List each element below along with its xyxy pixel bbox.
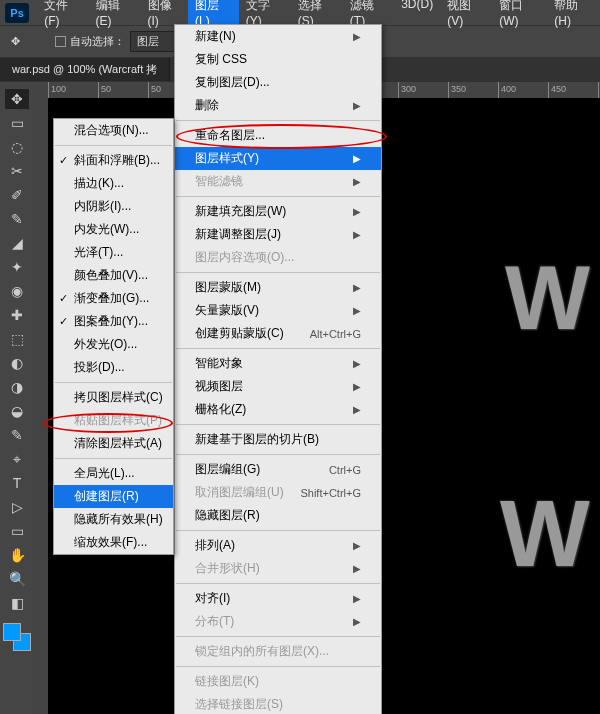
style-submenu-item-5[interactable]: 内发光(W)... xyxy=(54,218,173,241)
tool-button-3[interactable]: ✂ xyxy=(5,161,29,181)
tool-button-8[interactable]: ◉ xyxy=(5,281,29,301)
layer-style-submenu: 混合选项(N)...✓斜面和浮雕(B)...描边(K)...内阴影(I)...内… xyxy=(53,118,174,555)
move-tool-indicator[interactable]: ✥ xyxy=(5,32,25,52)
menu-item-9[interactable]: 窗口(W) xyxy=(492,0,547,31)
separator xyxy=(176,424,380,425)
tool-button-5[interactable]: ✎ xyxy=(5,209,29,229)
style-submenu-item-9[interactable]: ✓图案叠加(Y)... xyxy=(54,310,173,333)
layer-menu-item-5[interactable]: 重命名图层... xyxy=(175,124,381,147)
style-submenu-item-13[interactable]: 拷贝图层样式(C) xyxy=(54,386,173,409)
style-submenu-item-11[interactable]: 投影(D)... xyxy=(54,356,173,379)
tool-button-0[interactable]: ✥ xyxy=(5,89,29,109)
style-submenu-item-4[interactable]: 内阴影(I)... xyxy=(54,195,173,218)
layer-menu-item-19[interactable]: 栅格化(Z)▶ xyxy=(175,398,381,421)
auto-select-checkbox[interactable] xyxy=(55,36,66,47)
layer-menu-item-23[interactable]: 图层编组(G)Ctrl+G xyxy=(175,458,381,481)
ruler-tick: 450 xyxy=(548,82,598,98)
separator xyxy=(55,382,172,383)
menu-item-1[interactable]: 编辑(E) xyxy=(89,0,141,31)
style-submenu-item-7[interactable]: 颜色叠加(V)... xyxy=(54,264,173,287)
menu-item-0[interactable]: 文件(F) xyxy=(37,0,88,31)
tool-button-20[interactable]: 🔍 xyxy=(5,569,29,589)
style-submenu-item-10[interactable]: 外发光(O)... xyxy=(54,333,173,356)
artwork-layer-1: W xyxy=(495,238,600,358)
menubar: Ps 文件(F)编辑(E)图像(I)图层(L)文字(Y)选择(S)滤镜(T)3D… xyxy=(0,0,600,25)
tool-button-7[interactable]: ✦ xyxy=(5,257,29,277)
toolbox: ✥▭◌✂✐✎◢✦◉✚⬚◐◑◒✎⌖T▷▭✋🔍◧ xyxy=(0,82,34,714)
layer-menu: 新建(N)▶复制 CSS复制图层(D)...删除▶重命名图层...图层样式(Y)… xyxy=(174,24,382,714)
layer-menu-item-10[interactable]: 新建调整图层(J)▶ xyxy=(175,223,381,246)
style-submenu-item-15[interactable]: 清除图层样式(A) xyxy=(54,432,173,455)
auto-select-dropdown[interactable]: 图层 xyxy=(130,31,176,52)
ruler-tick: 100 xyxy=(48,82,98,98)
tool-button-10[interactable]: ⬚ xyxy=(5,329,29,349)
layer-menu-item-36: 选择链接图层(S) xyxy=(175,693,381,714)
layer-menu-item-6[interactable]: 图层样式(Y)▶ xyxy=(175,147,381,170)
style-submenu-item-6[interactable]: 光泽(T)... xyxy=(54,241,173,264)
tool-button-1[interactable]: ▭ xyxy=(5,113,29,133)
tool-button-14[interactable]: ✎ xyxy=(5,425,29,445)
ruler-vertical xyxy=(34,82,48,714)
separator xyxy=(176,530,380,531)
separator xyxy=(176,272,380,273)
separator xyxy=(176,583,380,584)
layer-menu-item-28: 合并形状(H)▶ xyxy=(175,557,381,580)
tool-button-6[interactable]: ◢ xyxy=(5,233,29,253)
menu-item-7[interactable]: 3D(D) xyxy=(394,0,440,31)
layer-menu-item-17[interactable]: 智能对象▶ xyxy=(175,352,381,375)
menu-item-10[interactable]: 帮助(H) xyxy=(547,0,600,31)
tool-button-13[interactable]: ◒ xyxy=(5,401,29,421)
tool-button-2[interactable]: ◌ xyxy=(5,137,29,157)
tool-button-18[interactable]: ▭ xyxy=(5,521,29,541)
separator xyxy=(176,666,380,667)
style-submenu-item-20[interactable]: 缩放效果(F)... xyxy=(54,531,173,554)
layer-menu-item-0[interactable]: 新建(N)▶ xyxy=(175,25,381,48)
layer-menu-item-14[interactable]: 矢量蒙版(V)▶ xyxy=(175,299,381,322)
layer-menu-item-25[interactable]: 隐藏图层(R) xyxy=(175,504,381,527)
style-submenu-item-3[interactable]: 描边(K)... xyxy=(54,172,173,195)
tool-button-11[interactable]: ◐ xyxy=(5,353,29,373)
style-submenu-item-0[interactable]: 混合选项(N)... xyxy=(54,119,173,142)
tool-button-15[interactable]: ⌖ xyxy=(5,449,29,469)
layer-menu-item-31: 分布(T)▶ xyxy=(175,610,381,633)
tool-button-16[interactable]: T xyxy=(5,473,29,493)
tool-button-12[interactable]: ◑ xyxy=(5,377,29,397)
layer-menu-item-3[interactable]: 删除▶ xyxy=(175,94,381,117)
color-swatches[interactable] xyxy=(3,623,31,651)
ruler-tick: 350 xyxy=(448,82,498,98)
style-submenu-item-2[interactable]: ✓斜面和浮雕(B)... xyxy=(54,149,173,172)
tool-button-21[interactable]: ◧ xyxy=(5,593,29,613)
document-tab[interactable]: war.psd @ 100% (Warcraft 拷 xyxy=(0,58,170,81)
style-submenu-item-8[interactable]: ✓渐变叠加(G)... xyxy=(54,287,173,310)
style-submenu-item-18[interactable]: 创建图层(R) xyxy=(54,485,173,508)
tool-button-4[interactable]: ✐ xyxy=(5,185,29,205)
menu-item-8[interactable]: 视图(V) xyxy=(440,0,492,31)
style-submenu-item-14: 粘贴图层样式(P) xyxy=(54,409,173,432)
tool-button-9[interactable]: ✚ xyxy=(5,305,29,325)
layer-menu-item-2[interactable]: 复制图层(D)... xyxy=(175,71,381,94)
auto-select-label: 自动选择： xyxy=(70,34,125,49)
layer-menu-item-7: 智能滤镜▶ xyxy=(175,170,381,193)
layer-menu-item-13[interactable]: 图层蒙版(M)▶ xyxy=(175,276,381,299)
layer-menu-item-9[interactable]: 新建填充图层(W)▶ xyxy=(175,200,381,223)
layer-menu-item-11: 图层内容选项(O)... xyxy=(175,246,381,269)
layer-menu-item-21[interactable]: 新建基于图层的切片(B) xyxy=(175,428,381,451)
layer-menu-item-35: 链接图层(K) xyxy=(175,670,381,693)
layer-menu-item-30[interactable]: 对齐(I)▶ xyxy=(175,587,381,610)
layer-menu-item-15[interactable]: 创建剪贴蒙版(C)Alt+Ctrl+G xyxy=(175,322,381,345)
separator xyxy=(176,454,380,455)
separator xyxy=(55,458,172,459)
tool-button-19[interactable]: ✋ xyxy=(5,545,29,565)
tool-button-17[interactable]: ▷ xyxy=(5,497,29,517)
ruler-tick: 400 xyxy=(498,82,548,98)
ruler-tick: 50 xyxy=(98,82,148,98)
separator xyxy=(176,120,380,121)
separator xyxy=(176,348,380,349)
ps-logo: Ps xyxy=(5,3,29,23)
style-submenu-item-19[interactable]: 隐藏所有效果(H) xyxy=(54,508,173,531)
style-submenu-item-17[interactable]: 全局光(L)... xyxy=(54,462,173,485)
separator xyxy=(176,636,380,637)
layer-menu-item-27[interactable]: 排列(A)▶ xyxy=(175,534,381,557)
layer-menu-item-18[interactable]: 视频图层▶ xyxy=(175,375,381,398)
layer-menu-item-1[interactable]: 复制 CSS xyxy=(175,48,381,71)
